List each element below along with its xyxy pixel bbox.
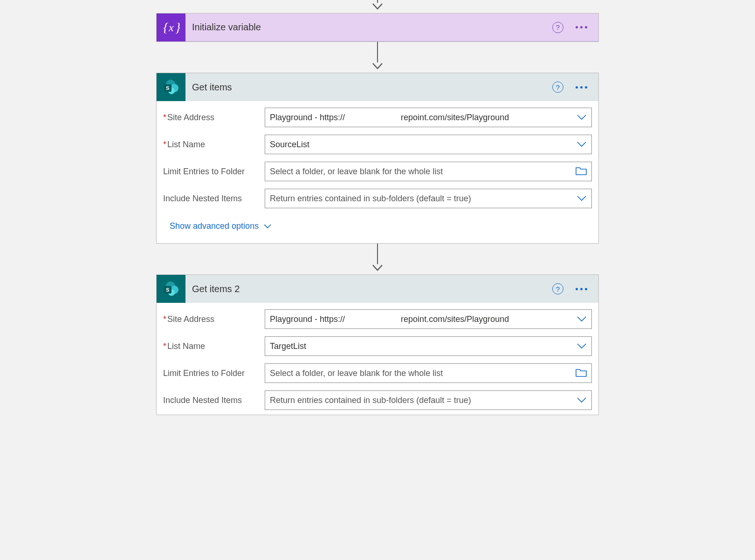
field-label: *List Name bbox=[163, 140, 265, 150]
list-name-dropdown[interactable]: TargetList bbox=[265, 336, 592, 356]
field-include-nested: Include Nested Items Return entries cont… bbox=[163, 390, 592, 410]
step-title: Get items 2 bbox=[185, 284, 550, 294]
chevron-down-icon bbox=[574, 316, 587, 322]
field-limit-folder: Limit Entries to Folder Select a folder,… bbox=[163, 363, 592, 383]
chevron-down-icon bbox=[574, 195, 587, 202]
step-header[interactable]: S Get items ? bbox=[157, 73, 598, 101]
more-button[interactable] bbox=[574, 24, 589, 30]
show-advanced-options-button[interactable]: Show advanced options bbox=[163, 216, 278, 240]
folder-icon bbox=[574, 369, 587, 377]
field-label: *List Name bbox=[163, 341, 265, 351]
field-list-name: *List Name TargetList bbox=[163, 336, 592, 356]
more-button[interactable] bbox=[574, 286, 589, 292]
field-label: Limit Entries to Folder bbox=[163, 167, 265, 177]
field-placeholder: Select a folder, or leave blank for the … bbox=[270, 369, 574, 378]
svg-text:S: S bbox=[166, 85, 169, 91]
field-limit-folder: Limit Entries to Folder Select a folder,… bbox=[163, 162, 592, 181]
step-header[interactable]: { x } Initialize variable ? bbox=[157, 14, 598, 41]
chevron-down-icon bbox=[263, 224, 272, 229]
help-button[interactable]: ? bbox=[550, 281, 565, 296]
help-button[interactable]: ? bbox=[550, 20, 565, 35]
more-button[interactable] bbox=[574, 84, 589, 90]
more-icon bbox=[576, 26, 587, 28]
field-placeholder: Return entries contained in sub-folders … bbox=[270, 194, 574, 204]
step-body: *Site Address Playground - https://repoi… bbox=[157, 101, 598, 243]
step-title: Get items bbox=[185, 82, 550, 93]
chevron-down-icon bbox=[574, 343, 587, 349]
field-label: Limit Entries to Folder bbox=[163, 369, 265, 378]
site-address-dropdown[interactable]: Playground - https://repoint.com/sites/P… bbox=[265, 108, 592, 127]
field-site-address: *Site Address Playground - https://repoi… bbox=[163, 108, 592, 127]
field-site-address: *Site Address Playground - https://repoi… bbox=[163, 309, 592, 329]
sharepoint-icon: S bbox=[157, 73, 185, 101]
variable-icon: { x } bbox=[157, 14, 185, 41]
limit-folder-picker[interactable]: Select a folder, or leave blank for the … bbox=[265, 363, 592, 383]
field-label: *Site Address bbox=[163, 113, 265, 123]
help-button[interactable]: ? bbox=[550, 80, 565, 95]
field-value: TargetList bbox=[270, 341, 574, 351]
help-icon: ? bbox=[552, 22, 563, 33]
limit-folder-picker[interactable]: Select a folder, or leave blank for the … bbox=[265, 162, 592, 181]
include-nested-dropdown[interactable]: Return entries contained in sub-folders … bbox=[265, 189, 592, 208]
help-icon: ? bbox=[552, 283, 563, 294]
field-placeholder: Return entries contained in sub-folders … bbox=[270, 396, 574, 405]
more-icon bbox=[576, 86, 587, 89]
field-list-name: *List Name SourceList bbox=[163, 135, 592, 154]
step-get-items: S Get items ? *Site Address bbox=[156, 73, 599, 244]
sharepoint-icon: S bbox=[157, 275, 185, 303]
more-icon bbox=[576, 288, 587, 290]
flow-arrow bbox=[371, 244, 384, 272]
field-value: Playground - https://repoint.com/sites/P… bbox=[270, 314, 574, 324]
site-address-dropdown[interactable]: Playground - https://repoint.com/sites/P… bbox=[265, 309, 592, 329]
step-header[interactable]: S Get items 2 ? bbox=[157, 275, 598, 303]
chevron-down-icon bbox=[574, 114, 587, 121]
field-label: Include Nested Items bbox=[163, 396, 265, 405]
field-label: *Site Address bbox=[163, 314, 265, 324]
field-value: SourceList bbox=[270, 140, 574, 150]
step-initialize-variable: { x } Initialize variable ? bbox=[156, 13, 599, 42]
flow-arrow bbox=[371, 42, 384, 70]
help-icon: ? bbox=[552, 82, 563, 93]
step-title: Initialize variable bbox=[185, 22, 550, 33]
field-include-nested: Include Nested Items Return entries cont… bbox=[163, 189, 592, 208]
chevron-down-icon bbox=[574, 397, 587, 403]
list-name-dropdown[interactable]: SourceList bbox=[265, 135, 592, 154]
field-label: Include Nested Items bbox=[163, 194, 265, 204]
svg-text:S: S bbox=[166, 287, 169, 293]
include-nested-dropdown[interactable]: Return entries contained in sub-folders … bbox=[265, 390, 592, 410]
field-placeholder: Select a folder, or leave blank for the … bbox=[270, 167, 574, 177]
step-body: *Site Address Playground - https://repoi… bbox=[157, 303, 598, 415]
svg-text:x: x bbox=[168, 21, 174, 34]
step-get-items-2: S Get items 2 ? *Site Address bbox=[156, 274, 599, 415]
folder-icon bbox=[574, 167, 587, 176]
field-value: Playground - https://repoint.com/sites/P… bbox=[270, 113, 574, 123]
svg-text:}: } bbox=[175, 20, 180, 34]
svg-text:{: { bbox=[163, 20, 168, 34]
flow-arrow bbox=[371, 0, 384, 10]
chevron-down-icon bbox=[574, 141, 587, 148]
